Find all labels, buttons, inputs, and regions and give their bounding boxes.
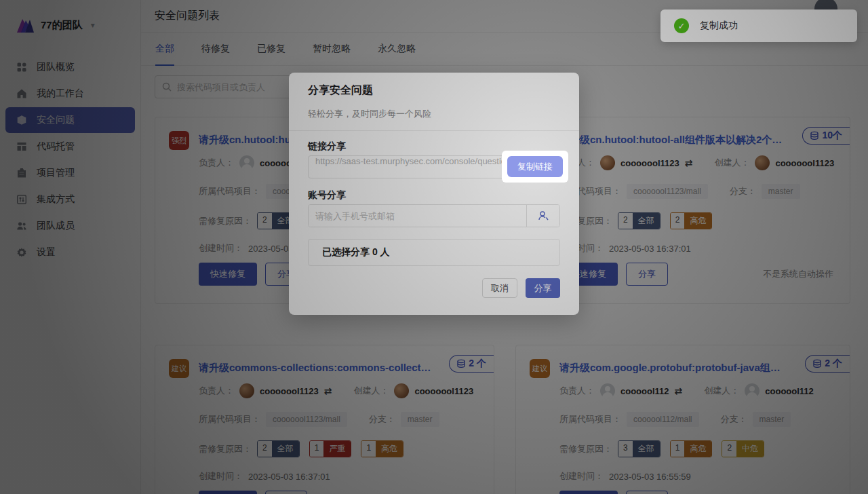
account-input[interactable] — [309, 205, 526, 227]
modal-share-button[interactable]: 分享 — [526, 278, 560, 298]
share-modal: 分享安全问题 轻松分享，及时同步每一个风险 链接分享 https://saas-… — [289, 73, 579, 315]
modal-subtitle: 轻松分享，及时同步每一个风险 — [308, 108, 431, 120]
account-share-label: 账号分享 — [308, 189, 346, 202]
toast-message: 复制成功 — [700, 20, 738, 32]
modal-divider — [289, 130, 579, 131]
selected-share-count: 已选择分享 0 人 — [308, 239, 560, 266]
copy-success-toast: ✓ 复制成功 — [660, 10, 857, 42]
copy-link-button[interactable]: 复制链接 — [507, 156, 563, 177]
app-root: 77的团队 ▾ 团队概览我的工作台安全问题代码托管项目管理集成方式团队成员设置 … — [0, 0, 868, 494]
account-input-group — [308, 204, 560, 227]
click-highlight-box: 复制链接 — [502, 151, 568, 183]
add-user-icon — [537, 210, 549, 221]
success-check-icon: ✓ — [674, 18, 689, 33]
cancel-button[interactable]: 取消 — [482, 278, 517, 298]
add-user-button[interactable] — [526, 205, 559, 227]
modal-title: 分享安全问题 — [308, 83, 373, 98]
link-share-label: 链接分享 — [308, 140, 346, 153]
